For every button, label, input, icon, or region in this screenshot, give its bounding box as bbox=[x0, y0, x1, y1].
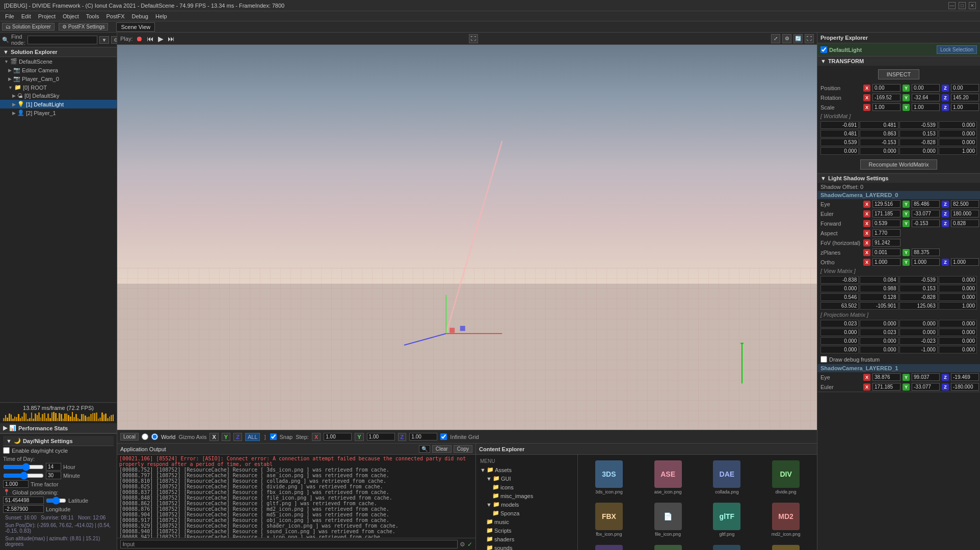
eye2-y-input[interactable] bbox=[912, 373, 940, 381]
perf-stats-header[interactable]: ▶ 📊 Performance Stats bbox=[0, 423, 117, 433]
rot-y-btn[interactable]: Y bbox=[903, 94, 910, 101]
viewport-area[interactable] bbox=[117, 45, 817, 430]
scene-view-tab[interactable]: Scene View bbox=[116, 22, 155, 32]
ortho-x-btn[interactable]: X bbox=[863, 259, 870, 266]
matrix-cell[interactable]: 0.000 bbox=[899, 147, 938, 155]
light-shadow-header[interactable]: ▼ Light Shadow Settings bbox=[817, 174, 980, 183]
tree-item-root[interactable]: ▼ 📁 [0] ROOT bbox=[0, 83, 117, 92]
scale-y-input[interactable] bbox=[912, 103, 940, 111]
file-item[interactable]: ASE ase_icon.png bbox=[640, 458, 696, 497]
matrix-cell[interactable]: 63.502 bbox=[820, 302, 859, 310]
eye2-x-btn[interactable]: X bbox=[863, 374, 870, 381]
tree-item-editor-camera[interactable]: ▶ 📷 Editor Camera bbox=[0, 66, 117, 74]
file-item[interactable]: MD5 md5_icon.png bbox=[581, 542, 637, 550]
matrix-cell[interactable]: 0.000 bbox=[860, 346, 898, 353]
all-axis-label[interactable]: ALL bbox=[245, 433, 260, 441]
matrix-cell[interactable]: -0.838 bbox=[820, 276, 859, 284]
rot-x-btn[interactable]: X bbox=[863, 94, 870, 101]
expand-viewport-btn[interactable]: ⛶ bbox=[469, 34, 478, 43]
file-item[interactable]: glTF gltf.png bbox=[699, 500, 755, 539]
output-tab[interactable]: Application Output bbox=[120, 446, 166, 452]
z-axis-label[interactable]: Z bbox=[233, 433, 242, 441]
euler-y-input[interactable] bbox=[912, 210, 940, 217]
ortho-z-btn[interactable]: Z bbox=[942, 259, 949, 266]
ct-shaders[interactable]: 📁 shaders bbox=[476, 535, 577, 543]
x-axis-label[interactable]: X bbox=[209, 433, 218, 441]
postfx-settings-btn[interactable]: ⚙ PostFX Settings bbox=[59, 23, 108, 31]
matrix-cell[interactable]: 0.546 bbox=[820, 293, 859, 301]
rot-y-input[interactable] bbox=[912, 94, 940, 101]
matrix-cell[interactable]: 0.000 bbox=[939, 337, 977, 345]
zp-y-btn[interactable]: Y bbox=[903, 249, 910, 256]
clear-output-btn[interactable]: Clear bbox=[432, 445, 452, 453]
latitude-input[interactable] bbox=[3, 497, 44, 504]
local-radio[interactable] bbox=[142, 433, 148, 440]
matrix-cell[interactable]: -0.153 bbox=[860, 139, 898, 146]
matrix-cell[interactable]: 0.000 bbox=[939, 328, 977, 336]
local-btn[interactable]: Local bbox=[120, 433, 139, 441]
viewport-fullscreen-btn[interactable]: ⛶ bbox=[805, 34, 814, 43]
scale-x-btn[interactable]: X bbox=[863, 104, 870, 111]
euler2-z-btn[interactable]: Z bbox=[942, 383, 949, 391]
matrix-cell[interactable]: 1.000 bbox=[939, 147, 977, 155]
matrix-cell[interactable]: 0.000 bbox=[939, 285, 977, 292]
matrix-cell[interactable]: 0.000 bbox=[899, 328, 938, 336]
euler2-x-btn[interactable]: X bbox=[863, 383, 870, 391]
copy-output-btn[interactable]: Copy bbox=[454, 445, 472, 453]
fwd-y-btn[interactable]: Y bbox=[903, 220, 910, 227]
matrix-cell[interactable]: 0.863 bbox=[860, 130, 898, 138]
eye-x-input[interactable] bbox=[872, 200, 900, 208]
matrix-cell[interactable]: -0.691 bbox=[820, 121, 859, 129]
zp-x-btn[interactable]: X bbox=[863, 249, 870, 256]
matrix-cell[interactable]: 0.000 bbox=[939, 320, 977, 327]
menu-item-file[interactable]: File bbox=[2, 13, 17, 20]
fwd-z-btn[interactable]: Z bbox=[942, 220, 949, 227]
tree-item-defaultscene[interactable]: ▼ 🎬 DefaultScene bbox=[0, 57, 117, 66]
longitude-input[interactable] bbox=[3, 505, 44, 513]
file-item[interactable]: DIV divide.png bbox=[758, 458, 814, 497]
transform-header[interactable]: ▼ TRANSFORM bbox=[817, 57, 980, 66]
menu-item-tools[interactable]: Tools bbox=[83, 13, 102, 20]
enable-daynight-checkbox[interactable] bbox=[3, 447, 10, 454]
pos-z-input[interactable] bbox=[951, 84, 979, 92]
pos-y-input[interactable] bbox=[912, 84, 940, 92]
rot-z-btn[interactable]: Z bbox=[942, 94, 949, 101]
file-item[interactable]: GLSL glsl.png bbox=[699, 542, 755, 550]
fwd-x-btn[interactable]: X bbox=[863, 220, 870, 227]
eye-z-btn[interactable]: Z bbox=[942, 201, 949, 208]
matrix-cell[interactable]: 125.063 bbox=[899, 302, 938, 310]
file-item[interactable]: DAE collada.png bbox=[699, 458, 755, 497]
viewport-settings-btn[interactable]: ⚙ bbox=[782, 34, 791, 43]
world-radio[interactable] bbox=[151, 433, 158, 440]
matrix-cell[interactable]: 0.153 bbox=[899, 130, 938, 138]
euler2-y-btn[interactable]: Y bbox=[903, 383, 910, 391]
find-node-input[interactable] bbox=[28, 36, 97, 44]
matrix-cell[interactable]: 0.000 bbox=[860, 147, 898, 155]
find-node-btn[interactable]: ▼ bbox=[99, 36, 110, 44]
tree-item-player1[interactable]: ▶ 👤 [2] Player_1 bbox=[0, 108, 117, 117]
fwd-x-input[interactable] bbox=[872, 219, 900, 227]
aspect-x-input[interactable] bbox=[872, 229, 900, 237]
play-btn[interactable]: ⏮ bbox=[146, 35, 155, 43]
tree-item-defaultlight[interactable]: ▶ 💡 [1] DefaultLight bbox=[0, 100, 117, 108]
zp-x-input[interactable] bbox=[872, 249, 900, 256]
eye2-z-input[interactable] bbox=[951, 373, 979, 381]
euler-y-btn[interactable]: Y bbox=[903, 210, 910, 217]
title-bar-controls[interactable]: — □ ✕ bbox=[948, 2, 976, 9]
ct-sponza[interactable]: 📁 Sponza bbox=[476, 509, 577, 517]
matrix-cell[interactable]: 0.000 bbox=[939, 293, 977, 301]
matrix-cell[interactable]: 0.153 bbox=[899, 285, 938, 292]
eye2-x-input[interactable] bbox=[872, 373, 900, 381]
viewport-zoom-btn[interactable]: ⤢ bbox=[771, 34, 780, 43]
find-settings-btn[interactable]: ⚙ bbox=[111, 36, 117, 44]
eye-z-input[interactable] bbox=[951, 200, 979, 208]
euler2-y-input[interactable] bbox=[912, 383, 940, 391]
menu-item-debug[interactable]: Debug bbox=[129, 13, 151, 20]
matrix-cell[interactable]: 0.000 bbox=[820, 337, 859, 345]
matrix-cell[interactable]: 0.084 bbox=[860, 276, 898, 284]
matrix-cell[interactable]: 0.000 bbox=[899, 320, 938, 327]
matrix-cell[interactable]: 0.023 bbox=[860, 328, 898, 336]
matrix-cell[interactable]: 0.539 bbox=[820, 139, 859, 146]
menu-item-help[interactable]: Help bbox=[152, 13, 170, 20]
matrix-cell[interactable]: 0.481 bbox=[860, 121, 898, 129]
